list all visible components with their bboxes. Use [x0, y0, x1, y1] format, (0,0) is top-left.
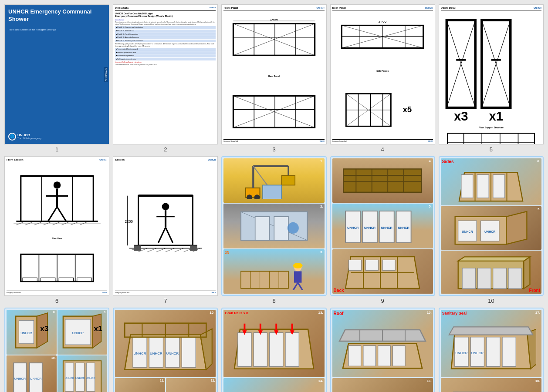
step8-cell: 8. UNHCR x3 [7, 310, 57, 355]
svg-text:UNHCR: UNHCR [347, 226, 359, 230]
page-item-2: D-HSS/2015a UNHCR UNHCR One For-Cost WAS… [113, 4, 218, 153]
svg-text:x1: x1 [94, 325, 102, 333]
page-item-11: 8. UNHCR x3 9. [4, 308, 109, 392]
svg-rect-120 [343, 169, 422, 192]
page-thumb-7[interactable]: Section UNHCR [113, 156, 218, 296]
cover-subtitle: Tools and Guidance for Refugee Settings [8, 28, 105, 31]
page-num-2: 2 [164, 146, 167, 153]
page-thumb-4[interactable]: Roof Panel UNHCR 2400 Side Panels [330, 4, 435, 144]
svg-text:UNHCR: UNHCR [65, 376, 75, 379]
step12-icon [169, 382, 213, 392]
page-item-10: Sides 6. 7. [439, 156, 544, 305]
step17-icon: UNHCR UNHCR [446, 320, 536, 374]
step13-label: 13. [318, 311, 323, 315]
svg-rect-243 [378, 345, 391, 366]
doors-cell: UNHCR UNHCR UNHCR [58, 355, 108, 392]
page-thumb-12[interactable]: 10. UNHCR UNHCR UNHCR [113, 308, 218, 392]
svg-text:UNHCR: UNHCR [86, 376, 96, 379]
roof-panel-title: Roof Panel [332, 7, 346, 9]
svg-rect-104 [263, 185, 282, 200]
step3-cell: x5 3. [223, 249, 324, 294]
page-item-9: 4. 5. [330, 156, 435, 305]
drawing-area-3: 2400 Rear Panel [223, 12, 324, 139]
svg-text:x1: x1 [489, 109, 503, 123]
tech-footer-4: Emergency Shower Stall UNHCR [332, 139, 433, 142]
cover-title: UNHCR Emergency Communal Shower [8, 8, 105, 23]
svg-point-60 [53, 181, 61, 189]
step11-icon: UNHCR [118, 388, 162, 392]
step2-cell: 2. [223, 204, 324, 248]
step16-cell: 16. Assembly [332, 378, 433, 392]
text-warning: Important: Follow all safety instruction… [115, 61, 216, 64]
section-title: Section [115, 158, 125, 161]
step10-top-label: 10. [210, 311, 214, 315]
page-thumb-10[interactable]: Sides 6. 7. [439, 156, 544, 296]
svg-text:UNHCR: UNHCR [471, 351, 484, 355]
tech-header-3: Front Panel UNHCR [223, 7, 324, 10]
svg-rect-216 [238, 332, 251, 366]
svg-rect-218 [270, 332, 283, 366]
page-thumb-6[interactable]: Front Section UNHCR [4, 156, 109, 296]
tech-footer-3: Emergency Shower Stall UNHCR [223, 139, 324, 142]
page-thumb-8[interactable]: 1. 2. [221, 156, 326, 296]
text-body-intro: There is a demand for a simple and cost-… [115, 21, 216, 26]
svg-line-84 [175, 248, 184, 251]
doors-detail-title: Doors Detail [441, 7, 456, 9]
text-page-header: D-HSS/2015a UNHCR [115, 7, 216, 11]
page-item-12: 10. UNHCR UNHCR UNHCR [113, 308, 218, 392]
page-item-13: 13. Grab Rails x 8 [221, 308, 326, 392]
svg-text:UNHCR: UNHCR [20, 331, 32, 335]
svg-point-89 [162, 203, 169, 210]
step12-cell: 12. [166, 378, 216, 392]
front-panel-svg: 2400 [229, 19, 319, 60]
svg-rect-72 [41, 278, 55, 281]
unhcr-badge-5: UNHCR [534, 7, 541, 9]
step1-label: 1. [320, 159, 323, 163]
page-thumb-11[interactable]: 8. UNHCR x3 9. [4, 308, 109, 392]
page-thumb-1[interactable]: UNHCR Emergency Communal Shower Tools an… [4, 4, 109, 144]
svg-text:UNHCR: UNHCR [381, 226, 393, 230]
svg-text:UNHCR: UNHCR [14, 377, 25, 381]
tech-footer-6: Emergency Shower Stall UNHCR [7, 291, 107, 294]
step9-icon: UNHCR x1 [60, 312, 105, 352]
svg-line-83 [166, 248, 175, 251]
step4-cell: 4. [332, 158, 433, 203]
step8-label: 8. [53, 311, 56, 314]
svg-text:UNHCR: UNHCR [364, 226, 376, 230]
step3-x5: x5 [225, 250, 229, 255]
page-thumb-9[interactable]: 4. 5. [330, 156, 435, 296]
svg-text:UNHCR: UNHCR [75, 376, 85, 379]
page-num-1: 1 [55, 146, 58, 153]
blue-row-1: ■ PHASE 1 - Overview and Introduction [115, 26, 216, 29]
page-thumb-13[interactable]: 13. Grab Rails x 8 [221, 308, 326, 392]
svg-text:x3: x3 [454, 109, 468, 123]
tech-header-7: Section UNHCR [115, 158, 216, 162]
svg-rect-259 [502, 337, 516, 366]
footer-text-7: Emergency Shower Stall [115, 292, 129, 294]
step16-icon [337, 383, 428, 392]
page-thumb-15[interactable]: 17. Sanitary Seal UNHCR U [439, 308, 544, 392]
svg-rect-88 [190, 245, 197, 251]
step15-label: 15. [427, 311, 432, 315]
roof-panel-svg: 2400 [337, 21, 428, 53]
page-num-6: 6 [55, 298, 58, 304]
svg-rect-107 [255, 217, 269, 240]
blue-row-5: ■ PHASE 5 - Plumbing and Connections [115, 40, 216, 43]
step14-icon: UNHCR UNHCR [229, 382, 319, 392]
doc-id: D7700-2015a [104, 67, 108, 82]
step11-label: 11. [160, 379, 164, 382]
page-thumb-3[interactable]: Front Panel UNHCR [221, 4, 326, 144]
page-item-8: 1. 2. [221, 156, 326, 305]
svg-line-63 [48, 207, 57, 221]
drawing-area-5: x3 x1 Floor Support Structure [441, 12, 541, 144]
sanitary-label: Sanitary Seal [442, 311, 467, 315]
page-item-6: Front Section UNHCR [4, 156, 109, 305]
svg-rect-110 [241, 271, 288, 288]
page-thumb-14[interactable]: 15. Roof [330, 308, 435, 392]
page-thumb-5[interactable]: Doors Detail UNHCR x3 [439, 4, 544, 144]
svg-text:UNHCR: UNHCR [30, 377, 41, 381]
text-header-left: D-HSS/2015a [115, 7, 129, 10]
plan-view-label: Plan View [52, 237, 62, 240]
page-item-14: 15. Roof [330, 308, 435, 392]
page-thumb-2[interactable]: D-HSS/2015a UNHCR UNHCR One For-Cost WAS… [113, 4, 218, 144]
